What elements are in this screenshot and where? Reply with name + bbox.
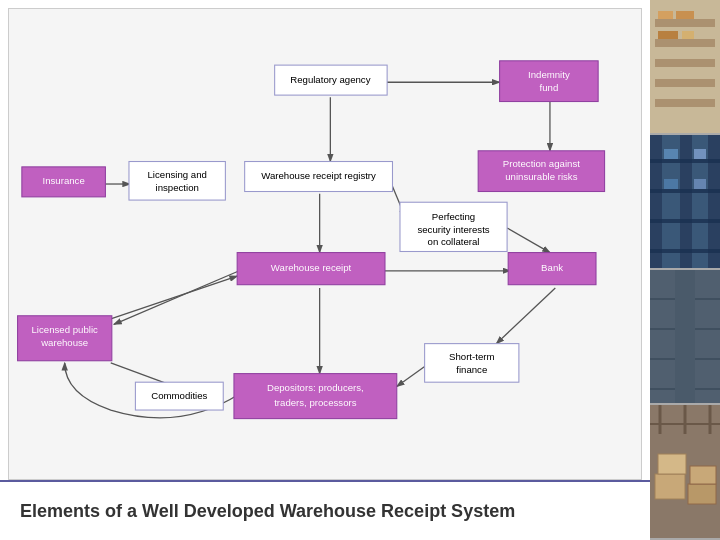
svg-rect-67 bbox=[664, 149, 678, 159]
svg-rect-66 bbox=[650, 249, 720, 253]
svg-rect-64 bbox=[650, 189, 720, 193]
svg-text:Regulatory agency: Regulatory agency bbox=[290, 74, 370, 85]
svg-text:finance: finance bbox=[456, 364, 487, 375]
photo-strip bbox=[650, 0, 720, 540]
svg-rect-54 bbox=[655, 99, 715, 107]
svg-text:security interests: security interests bbox=[417, 224, 489, 235]
svg-text:Warehouse receipt: Warehouse receipt bbox=[271, 262, 352, 273]
diagram-section: Regulatory agency Licensing and inspecti… bbox=[0, 0, 650, 540]
svg-rect-56 bbox=[676, 11, 694, 19]
svg-rect-26 bbox=[425, 344, 519, 383]
svg-text:Commodities: Commodities bbox=[151, 390, 207, 401]
svg-text:traders, processors: traders, processors bbox=[274, 397, 357, 408]
svg-line-12 bbox=[507, 228, 550, 253]
svg-line-7 bbox=[496, 288, 555, 344]
svg-rect-65 bbox=[650, 219, 720, 223]
diagram-svg: Regulatory agency Licensing and inspecti… bbox=[9, 9, 641, 479]
footer-title: Elements of a Well Developed Warehouse R… bbox=[20, 501, 515, 522]
svg-text:Protection against: Protection against bbox=[503, 158, 580, 169]
svg-rect-17 bbox=[129, 162, 225, 201]
svg-rect-84 bbox=[655, 474, 685, 499]
svg-rect-53 bbox=[655, 79, 715, 87]
diagram-area: Regulatory agency Licensing and inspecti… bbox=[8, 8, 642, 480]
svg-text:uninsurable risks: uninsurable risks bbox=[505, 171, 577, 182]
svg-text:Short-term: Short-term bbox=[449, 351, 494, 362]
svg-rect-31 bbox=[500, 61, 599, 102]
svg-rect-63 bbox=[650, 159, 720, 163]
photo-cell-2 bbox=[650, 135, 720, 270]
svg-text:Insurance: Insurance bbox=[42, 175, 84, 186]
svg-text:Depositors: producers,: Depositors: producers, bbox=[267, 382, 364, 393]
svg-rect-50 bbox=[655, 19, 715, 27]
svg-text:warehouse: warehouse bbox=[40, 337, 88, 348]
photo-cell-1 bbox=[650, 0, 720, 135]
svg-rect-52 bbox=[655, 59, 715, 67]
photo-cell-4 bbox=[650, 405, 720, 540]
svg-text:Licensed public: Licensed public bbox=[32, 324, 99, 335]
svg-rect-55 bbox=[658, 11, 673, 19]
svg-text:Perfecting: Perfecting bbox=[432, 211, 475, 222]
svg-rect-73 bbox=[650, 270, 675, 403]
svg-rect-85 bbox=[658, 454, 686, 474]
svg-text:Warehouse receipt registry: Warehouse receipt registry bbox=[261, 170, 376, 181]
svg-rect-46 bbox=[234, 374, 397, 419]
svg-text:inspection: inspection bbox=[156, 182, 199, 193]
svg-rect-62 bbox=[708, 135, 720, 268]
photo-cell-3 bbox=[650, 270, 720, 405]
svg-rect-60 bbox=[650, 135, 662, 268]
svg-line-8 bbox=[397, 365, 427, 386]
svg-rect-74 bbox=[695, 270, 720, 403]
svg-text:Licensing and: Licensing and bbox=[147, 169, 206, 180]
footer-bar: Elements of a Well Developed Warehouse R… bbox=[0, 480, 650, 540]
svg-line-9 bbox=[111, 276, 237, 319]
svg-rect-57 bbox=[658, 31, 678, 39]
main-container: Regulatory agency Licensing and inspecti… bbox=[0, 0, 720, 540]
svg-rect-58 bbox=[682, 31, 694, 39]
svg-rect-70 bbox=[694, 179, 706, 189]
svg-rect-68 bbox=[694, 149, 706, 159]
svg-rect-87 bbox=[690, 466, 716, 484]
svg-line-14 bbox=[114, 271, 239, 325]
svg-rect-86 bbox=[688, 484, 716, 504]
svg-text:on collateral: on collateral bbox=[428, 236, 480, 247]
svg-rect-61 bbox=[680, 135, 692, 268]
svg-text:Indemnity: Indemnity bbox=[528, 69, 570, 80]
svg-rect-69 bbox=[664, 179, 678, 189]
svg-rect-51 bbox=[655, 39, 715, 47]
svg-text:fund: fund bbox=[540, 82, 559, 93]
svg-text:Bank: Bank bbox=[541, 262, 563, 273]
